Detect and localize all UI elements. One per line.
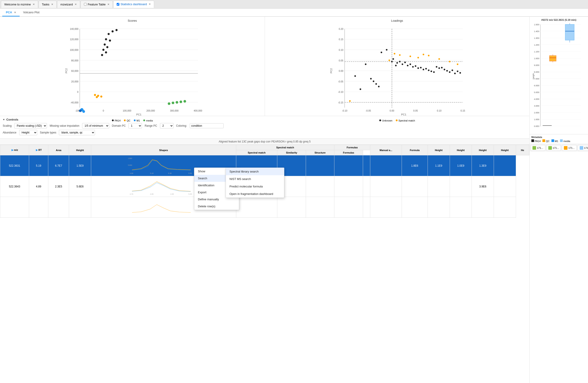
submenu: Spectral library search NIST MS search P… <box>226 168 284 198</box>
tab-feature-table-checkbox[interactable] <box>84 3 87 6</box>
scores-chart-svg: 140,000 120,000 100,000 80,000 60,000 20… <box>2 23 262 118</box>
th-mz[interactable]: ▶ m/z <box>0 145 29 155</box>
th-rt[interactable]: ▶ RT <box>29 145 48 155</box>
cell-height: 1.5E9 <box>69 155 91 176</box>
context-menu-delete-rows[interactable]: Delete row(s) <box>194 203 239 210</box>
tab-stats-dashboard[interactable]: Statistics dashboard ✕ <box>113 1 154 8</box>
missing-select[interactable]: 1/5 of minimum <box>82 123 109 129</box>
svg-point-118 <box>446 70 448 72</box>
th-manual-a[interactable]: Manual a... <box>370 145 402 155</box>
context-menu-search-label: Search <box>198 177 207 180</box>
cell-h4: 3.9E6 <box>472 176 494 197</box>
svg-point-98 <box>431 70 432 72</box>
tab-tasks[interactable]: Tasks ✕ <box>39 1 57 8</box>
sub-tab-bar: PCA ✕ Volcano Plot <box>0 9 588 17</box>
svg-point-120 <box>451 69 453 71</box>
svg-text:7.0E8: 7.0E8 <box>534 78 539 80</box>
svg-text:PC2: PC2 <box>329 68 332 73</box>
tab-welcome-close[interactable]: ✕ <box>33 3 35 6</box>
cell-rt: 5.19 <box>29 155 48 176</box>
th-height-3[interactable]: Height <box>472 145 494 155</box>
thumb-tab-1[interactable]: 171... <box>530 145 545 151</box>
svg-point-87 <box>402 64 403 65</box>
svg-text:1.5E9: 1.5E9 <box>534 23 539 26</box>
thumb-tab-3[interactable]: 171... <box>562 145 577 151</box>
cell-similarity <box>277 197 306 218</box>
thumb-tab-4[interactable]: 171... <box>578 145 588 151</box>
svg-point-111 <box>457 64 458 65</box>
svg-text:4.70: 4.70 <box>130 193 133 195</box>
sub-tab-pca[interactable]: PCA ✕ <box>2 9 20 17</box>
svg-text:PC1: PC1 <box>136 113 142 116</box>
submenu-predict-formula[interactable]: Predict molecular formula <box>226 183 284 190</box>
tab-feature-table[interactable]: Feature Table ✕ <box>81 1 113 8</box>
th-height-2[interactable]: Height <box>450 145 472 155</box>
svg-point-89 <box>407 65 408 67</box>
sub-tab-pca-close[interactable]: ✕ <box>14 11 16 14</box>
svg-point-123 <box>459 72 461 74</box>
cell-mz: 522.3643 <box>0 176 29 197</box>
th-similarity[interactable]: Similarity <box>277 150 306 155</box>
submenu-nist-ms[interactable]: NIST MS search <box>226 175 284 183</box>
th-height-4[interactable]: Height <box>494 145 516 155</box>
legend-media: media <box>143 119 153 122</box>
svg-point-94 <box>420 67 421 68</box>
thumb-icon-1 <box>532 146 536 150</box>
scaling-select[interactable]: Pareto scaling (√SD) <box>14 123 47 129</box>
svg-text:4.90: 4.90 <box>130 172 133 174</box>
cell-manual <box>363 155 370 176</box>
sub-tab-volcano[interactable]: Volcano Plot <box>20 9 43 17</box>
svg-point-85 <box>395 65 397 67</box>
svg-text:0.20: 0.20 <box>339 28 343 30</box>
tab-stats-dashboard-close[interactable]: ✕ <box>149 3 151 6</box>
tab-feature-table-close[interactable]: ✕ <box>107 3 109 6</box>
context-menu-export-label: Export <box>198 191 207 194</box>
th-spectral-match[interactable]: Spectral match <box>236 150 277 155</box>
svg-text:100,000: 100,000 <box>70 49 79 51</box>
cell-h1: 1.8E6 <box>402 155 428 176</box>
thumb-tab-2[interactable]: 171... <box>546 145 561 151</box>
th-formula[interactable]: Formula <box>402 145 428 155</box>
tab-welcome[interactable]: Welcome to mzmine ✕ <box>1 1 38 8</box>
tab-mzwizard[interactable]: mzwizard ✕ <box>57 1 80 8</box>
svg-point-97 <box>428 69 429 71</box>
table-row[interactable] <box>0 197 529 218</box>
th-shapes[interactable]: Shapes <box>91 145 236 155</box>
tab-mzwizard-close[interactable]: ✕ <box>75 3 77 6</box>
cell-h5 <box>494 155 516 176</box>
sample-types-select[interactable]: blank, sample, qc <box>59 130 95 135</box>
sparkline-2: 4.70 4.85 4.95 5.05 <box>127 177 200 195</box>
svg-point-122 <box>457 70 458 72</box>
sparkline-1: 4.90 5.10 5.30 5.50 1.5E9 5.0E8 <box>127 156 200 174</box>
cell-area: 6.7E7 <box>48 155 69 176</box>
svg-point-110 <box>449 61 450 62</box>
svg-point-46 <box>82 110 85 113</box>
cell-h3 <box>450 197 472 218</box>
tab-tasks-close[interactable]: ✕ <box>51 3 53 6</box>
svg-text:-0.05: -0.05 <box>366 110 371 112</box>
coloring-input[interactable] <box>190 123 224 128</box>
svg-text:3.0E8: 3.0E8 <box>534 105 539 107</box>
th-formulas[interactable]: Formulas <box>334 150 363 155</box>
svg-point-32 <box>106 46 108 48</box>
submenu-open-fragmentation[interactable]: Open in fragmentation dashboard <box>226 190 284 198</box>
svg-point-95 <box>423 69 424 70</box>
th-height-5[interactable]: He <box>516 145 529 155</box>
submenu-spectral-library[interactable]: Spectral library search <box>226 168 284 175</box>
th-structure[interactable]: Structure <box>306 150 334 155</box>
th-height[interactable]: Height <box>69 145 91 155</box>
svg-text:400,000: 400,000 <box>194 110 202 112</box>
th-area[interactable]: Area <box>48 145 69 155</box>
legend-qc: QC <box>124 119 130 122</box>
svg-text:5.30: 5.30 <box>168 172 172 174</box>
range-pc-select[interactable]: 2 <box>160 123 173 129</box>
svg-point-116 <box>441 67 442 68</box>
domain-pc-select[interactable]: 1 <box>128 123 142 129</box>
cell-formulas-val <box>334 176 363 197</box>
abundance-select[interactable]: Height <box>19 130 37 135</box>
tab-stats-dashboard-checkbox[interactable] <box>117 3 119 6</box>
th-height-1[interactable]: Height <box>428 145 450 155</box>
svg-point-113 <box>399 54 400 56</box>
thumb-label-2: 171... <box>553 147 559 149</box>
svg-point-83 <box>396 62 398 64</box>
